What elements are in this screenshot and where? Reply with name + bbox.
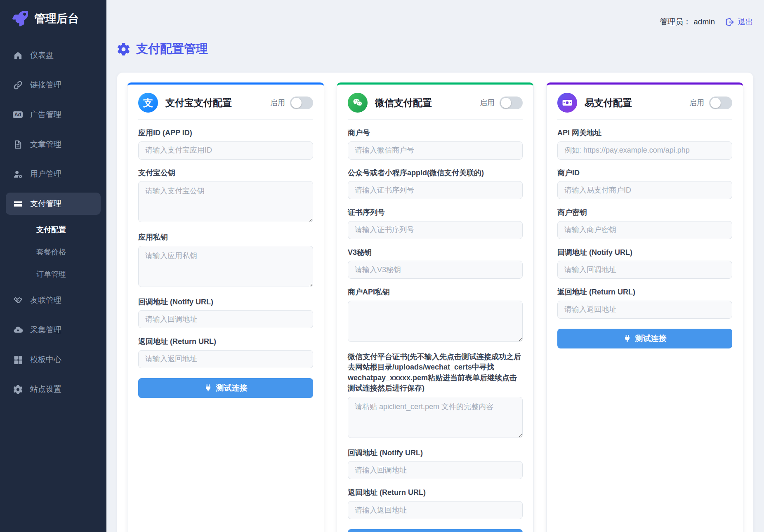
enable-control: 启用 [689,97,732,109]
field-label: 返回地址 (Return URL) [557,287,732,298]
alipay-field-input-0[interactable] [138,141,313,160]
field-label: 应用私钥 [138,232,313,243]
ad-icon: Ad [12,111,23,118]
sidebar-item-label: 广告管理 [30,109,61,120]
sidebar-item-2[interactable]: Ad广告管理 [6,104,101,126]
card-wechat: 微信支付配置启用商户号公众号或者小程序appid(微信支付关联的)证书序列号V3… [337,82,534,532]
epay-field-input-3[interactable] [557,261,732,279]
sign-out-icon [726,18,734,26]
alipay-field-input-4[interactable] [138,350,313,368]
epay-field-input-4[interactable] [557,301,732,319]
field-alipay-4: 返回地址 (Return URL) [138,337,313,368]
sidebar-item-4[interactable]: 用户管理 [6,163,101,185]
field-label: 回调地址 (Notify URL) [138,297,313,308]
epay-field-input-2[interactable] [557,221,732,239]
card-epay: 易支付配置启用API 网关地址商户ID商户密钥回调地址 (Notify URL)… [546,82,743,532]
enable-toggle-wechat[interactable] [500,97,523,109]
enable-label: 启用 [480,98,495,108]
epay-field-input-1[interactable] [557,181,732,199]
wechat-field-input-7[interactable] [348,501,523,519]
wechat-field-input-4[interactable] [348,301,523,342]
settings-icon [12,385,23,394]
field-epay-1: 商户ID [557,168,732,200]
field-label: 商户密钥 [557,207,732,218]
field-wechat-2: 证书序列号 [348,207,523,239]
sidebar-item-9[interactable]: 友联管理 [6,289,101,311]
enable-control: 启用 [480,97,523,109]
field-label: 微信支付平台证书(先不输入先点击测试连接成功之后去网站根目录/uploads/w… [348,352,523,394]
field-label: 应用ID (APP ID) [138,128,313,139]
app-logo: 管理后台 [0,0,106,40]
sidebar-item-label: 站点设置 [30,384,61,395]
brand-title: 管理后台 [34,11,79,26]
test-connection-button-alipay[interactable]: 测试连接 [138,378,313,398]
epay-field-input-0[interactable] [557,141,732,160]
sidebar-item-11[interactable]: 模板中心 [6,348,101,371]
sidebar-nav: 仪表盘链接管理Ad广告管理文章管理用户管理支付管理支付配置套餐价格订单管理友联管… [0,40,106,404]
payment-icon [12,199,23,209]
collect-icon [12,325,23,335]
field-label: 回调地址 (Notify URL) [348,448,523,459]
sidebar-item-5[interactable]: 支付管理 [6,193,101,215]
field-wechat-7: 返回地址 (Return URL) [348,487,523,519]
field-label: 商户API私钥 [348,287,523,298]
field-wechat-0: 商户号 [348,128,523,160]
wechat-field-input-3[interactable] [348,261,523,279]
wechat-field-input-5[interactable] [348,397,523,438]
field-alipay-2: 应用私钥 [138,232,313,289]
field-epay-0: API 网关地址 [557,128,732,160]
sidebar-item-label: 用户管理 [30,169,61,179]
test-connection-button-wechat[interactable]: 测试连接 [348,529,523,532]
card-title-wechat: 微信支付配置 [375,97,472,109]
sidebar-item-0[interactable]: 仪表盘 [6,44,101,66]
field-label: 支付宝公钥 [138,168,313,179]
test-connection-button-epay[interactable]: 测试连接 [557,329,732,348]
ad-icon: Ad [13,111,23,118]
field-label: V3秘钥 [348,247,523,258]
test-connection-label: 测试连接 [216,383,248,393]
wechat-field-input-0[interactable] [348,141,523,160]
enable-control: 启用 [270,97,313,109]
rocket-icon [12,11,28,26]
field-label: 返回地址 (Return URL) [348,487,523,498]
article-icon [12,140,23,149]
admin-info: 管理员： admin [660,16,715,27]
field-alipay-1: 支付宝公钥 [138,168,313,224]
alipay-field-input-3[interactable] [138,310,313,328]
wechat-icon [348,93,368,113]
enable-toggle-alipay[interactable] [290,97,313,109]
enable-toggle-epay[interactable] [709,97,732,109]
sidebar-item-12[interactable]: 站点设置 [6,378,101,400]
sidebar-subitem-7[interactable]: 套餐价格 [6,241,101,263]
enable-label: 启用 [270,98,285,108]
card-title-alipay: 支付宝支付配置 [165,97,263,109]
field-label: API 网关地址 [557,128,732,139]
logout-link[interactable]: 退出 [726,16,753,27]
card-header-alipay: 支支付宝支付配置启用 [138,93,313,120]
alipay-field-input-2[interactable] [138,246,313,287]
card-alipay: 支支付宝支付配置启用应用ID (APP ID)支付宝公钥应用私钥回调地址 (No… [127,82,324,532]
sidebar-item-label: 友联管理 [30,295,61,306]
sidebar-item-10[interactable]: 采集管理 [6,319,101,341]
main-content: 管理员： admin 退出 支付配置管理 支支付宝支付配置启用应用ID (APP… [106,0,764,532]
sidebar-subitem-8[interactable]: 订单管理 [6,264,101,285]
field-label: 回调地址 (Notify URL) [557,247,732,258]
sidebar-item-3[interactable]: 文章管理 [6,133,101,155]
field-epay-3: 回调地址 (Notify URL) [557,247,732,279]
gear-icon [117,43,130,56]
money-bill-icon [557,93,577,113]
sidebar-item-1[interactable]: 链接管理 [6,74,101,96]
alipay-glyph: 支 [143,98,153,108]
toggle-knob [710,98,721,108]
sidebar-item-label: 支付管理 [30,198,61,209]
card-header-epay: 易支付配置启用 [557,93,732,120]
config-panel: 支支付宝支付配置启用应用ID (APP ID)支付宝公钥应用私钥回调地址 (No… [117,73,753,532]
wechat-field-input-2[interactable] [348,221,523,239]
field-wechat-6: 回调地址 (Notify URL) [348,448,523,480]
cards-grid: 支支付宝支付配置启用应用ID (APP ID)支付宝公钥应用私钥回调地址 (No… [127,82,743,532]
field-alipay-0: 应用ID (APP ID) [138,128,313,160]
wechat-field-input-6[interactable] [348,461,523,479]
sidebar-subitem-6[interactable]: 支付配置 [6,219,101,240]
wechat-field-input-1[interactable] [348,181,523,199]
alipay-field-input-1[interactable] [138,181,313,222]
